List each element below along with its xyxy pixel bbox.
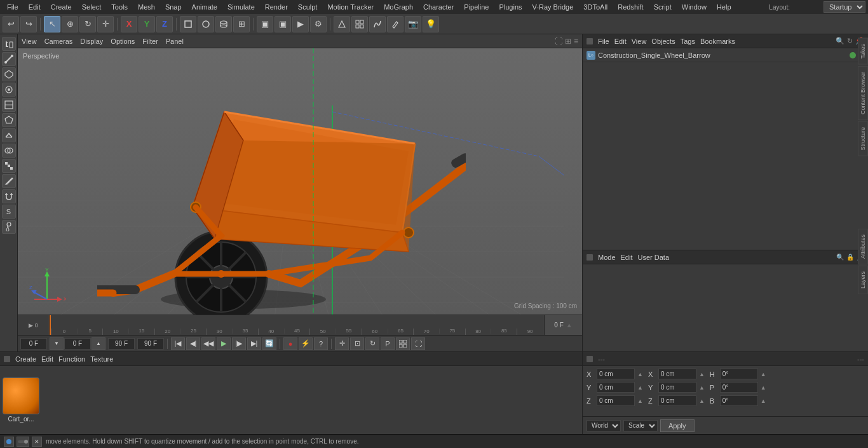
polygon-tool-button[interactable]	[2, 98, 16, 112]
snap-button[interactable]	[334, 16, 350, 32]
playback-preview-field[interactable]	[137, 338, 164, 350]
menu-help[interactable]: Help	[712, 2, 736, 12]
poly-select-button[interactable]	[2, 67, 16, 81]
status-icon-3[interactable]: ✕	[32, 437, 42, 447]
auto-key-button[interactable]: ⚡	[299, 337, 313, 350]
z-size-arrow[interactable]: ▲	[699, 398, 705, 404]
menu-tools[interactable]: Tools	[107, 2, 132, 12]
attr-userdata-menu[interactable]: User Data	[638, 254, 670, 261]
key-all-button[interactable]: ?	[314, 337, 328, 350]
y-axis-button[interactable]: Y	[139, 16, 155, 32]
attr-mode-menu[interactable]: Mode	[598, 254, 616, 261]
structure-tab[interactable]: Structure	[858, 121, 868, 156]
menu-sculpt[interactable]: Sculpt	[294, 2, 322, 12]
menu-create[interactable]: Create	[46, 2, 76, 12]
loop-button[interactable]: 🔄	[262, 337, 276, 350]
timeline-ruler[interactable]: 0 5 10 15 20 25 30 35 40 45 50 55 60 65	[50, 315, 544, 335]
render-region-button[interactable]: ▣	[257, 16, 273, 32]
y-pos-input[interactable]	[597, 382, 635, 393]
menu-3dtoall[interactable]: 3DToAll	[579, 2, 612, 12]
b-rot-input[interactable]	[720, 395, 758, 406]
x-pos-input[interactable]	[597, 369, 635, 379]
pen-tool-button[interactable]	[2, 174, 16, 188]
attributes-side-tab[interactable]: Attributes	[858, 229, 868, 264]
undo-button[interactable]: ↩	[3, 16, 19, 32]
grid-view-button[interactable]	[396, 337, 410, 350]
playback-current-field[interactable]	[64, 338, 91, 350]
y-size-arrow[interactable]: ▲	[699, 384, 705, 391]
om-bookmarks-menu[interactable]: Bookmarks	[700, 37, 735, 45]
object-row-wheelbarrow[interactable]: L○ Construction_Single_Wheel_Barrow	[583, 48, 868, 62]
viewport[interactable]: Perspective Grid Spacing : 100 cm Y X Z	[18, 48, 582, 315]
menu-window[interactable]: Window	[677, 2, 711, 12]
attr-edit-menu[interactable]: Edit	[621, 254, 633, 261]
om-edit-menu[interactable]: Edit	[614, 37, 627, 45]
light-button[interactable]: 💡	[423, 16, 439, 32]
move-tool-button[interactable]: ↖	[44, 16, 60, 32]
menu-simulate[interactable]: Simulate	[223, 2, 259, 12]
x-size-input[interactable]	[658, 369, 696, 379]
z-pos-arrow[interactable]: ▲	[637, 398, 643, 404]
world-space-dropdown[interactable]: World	[587, 420, 621, 431]
y-size-input[interactable]	[658, 382, 696, 393]
transform-button[interactable]: ⊞	[233, 16, 250, 32]
viewport-options-menu[interactable]: Options	[111, 37, 135, 45]
om-view-menu[interactable]: View	[632, 37, 647, 45]
record-button[interactable]: ●	[283, 337, 297, 350]
render-picture-button[interactable]: ▣	[275, 16, 291, 32]
paint-button[interactable]	[387, 16, 403, 32]
camera-button[interactable]: 📷	[405, 16, 421, 32]
grid-button[interactable]	[351, 16, 368, 32]
rotate-tool-button[interactable]: ↻	[79, 16, 96, 32]
layout-select[interactable]: Startup	[824, 1, 865, 13]
viewport-arrange-icon[interactable]: ⊞	[565, 37, 571, 46]
scale-tool-button[interactable]: ⊕	[62, 16, 78, 32]
playback-end-field[interactable]	[108, 338, 135, 350]
array-button[interactable]	[2, 159, 16, 173]
content-browser-tab[interactable]: Content Browser	[858, 66, 868, 120]
om-objects-menu[interactable]: Objects	[651, 37, 675, 45]
om-search-icon[interactable]: 🔍	[836, 37, 844, 45]
spline-tool-button[interactable]	[2, 83, 16, 97]
status-icon-2[interactable]	[17, 437, 29, 447]
viewport-display-menu[interactable]: Display	[80, 37, 103, 45]
om-file-menu[interactable]: File	[598, 37, 609, 45]
menu-redshift[interactable]: Redshift	[613, 2, 648, 12]
x-pos-arrow[interactable]: ▲	[637, 371, 643, 377]
menu-mograph[interactable]: MoGraph	[379, 2, 417, 12]
material-swatch[interactable]	[3, 377, 39, 414]
h-rot-arrow[interactable]: ▲	[761, 371, 766, 377]
mat-function-menu[interactable]: Function	[58, 355, 85, 363]
menu-plugins[interactable]: Plugins	[494, 2, 526, 12]
x-axis-button[interactable]: X	[121, 16, 137, 32]
step-back-button[interactable]: ◀|	[186, 337, 200, 350]
play-reverse-button[interactable]: ◀◀	[201, 337, 215, 350]
ngon-button[interactable]	[2, 113, 16, 127]
layers-tab[interactable]: Layers	[858, 266, 868, 294]
om-tags-menu[interactable]: Tags	[681, 37, 695, 45]
menu-pipeline[interactable]: Pipeline	[459, 2, 493, 12]
z-pos-input[interactable]	[597, 395, 635, 406]
loft-button[interactable]	[2, 128, 16, 142]
menu-select[interactable]: Select	[78, 2, 106, 12]
scene-button[interactable]: ⛶	[411, 337, 425, 350]
attr-lock-icon[interactable]: 🔒	[846, 254, 854, 261]
p-rot-arrow[interactable]: ▲	[761, 384, 766, 391]
cube-button[interactable]	[180, 16, 196, 32]
playback-mode-button[interactable]: P	[381, 337, 395, 350]
menu-snap[interactable]: Snap	[161, 2, 186, 12]
menu-edit[interactable]: Edit	[24, 2, 45, 12]
magnet-button[interactable]	[2, 189, 16, 203]
menu-render[interactable]: Render	[261, 2, 292, 12]
brush-button[interactable]	[2, 220, 16, 234]
menu-mesh[interactable]: Mesh	[133, 2, 159, 12]
render-view-button[interactable]: ▶	[292, 16, 309, 32]
menu-motion-tracker[interactable]: Motion Tracker	[323, 2, 378, 12]
viewport-view-menu[interactable]: View	[22, 37, 37, 45]
viewport-cameras-menu[interactable]: Cameras	[44, 37, 73, 45]
mat-create-menu[interactable]: Create	[15, 355, 36, 363]
viewport-filter-menu[interactable]: Filter	[142, 37, 158, 45]
om-refresh-icon[interactable]: ↻	[847, 37, 853, 45]
select-model-button[interactable]	[2, 37, 16, 51]
move-view-button[interactable]: ✛	[335, 337, 349, 350]
